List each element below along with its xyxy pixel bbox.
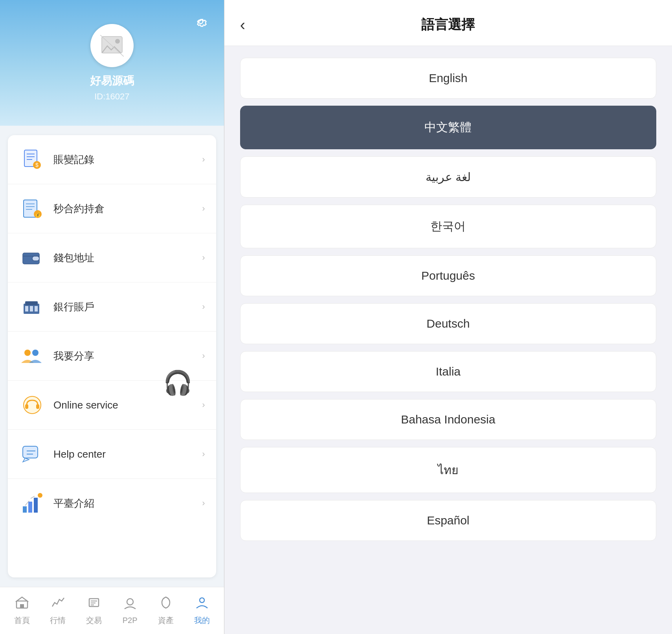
svg-point-24 bbox=[32, 350, 39, 356]
nav-icon-market bbox=[51, 596, 65, 613]
menu-icon-online bbox=[19, 392, 46, 418]
nav-label-assets: 資產 bbox=[158, 615, 174, 626]
nav-label-trade: 交易 bbox=[86, 615, 102, 626]
menu-label-wallet: 錢包地址 bbox=[53, 251, 202, 265]
svg-rect-33 bbox=[28, 502, 32, 513]
language-list: English中文繁體لغة عربية한국어PortuguêsDeutschI… bbox=[224, 46, 672, 634]
lang-item-ko[interactable]: 한국어 bbox=[240, 205, 656, 248]
svg-point-1 bbox=[115, 39, 120, 44]
nav-icon-trade bbox=[87, 596, 101, 613]
svg-marker-29 bbox=[23, 458, 29, 462]
nav-icon-assets bbox=[159, 596, 173, 613]
username: 好易源碼 bbox=[90, 73, 134, 88]
svg-point-44 bbox=[127, 599, 133, 605]
menu-label-contract: 秒合約持倉 bbox=[53, 202, 202, 216]
chevron-right-icon: › bbox=[202, 400, 205, 410]
svg-point-23 bbox=[24, 350, 31, 356]
svg-rect-28 bbox=[23, 446, 38, 458]
menu-label-ledger: 賬變記錄 bbox=[53, 153, 202, 167]
back-button[interactable]: ‹ bbox=[240, 16, 245, 34]
nav-icon-p2p bbox=[123, 596, 137, 614]
profile-header: 好易源碼 ID:16027 bbox=[0, 0, 224, 126]
chevron-right-icon: › bbox=[202, 351, 205, 361]
menu-label-bank: 銀行賬戶 bbox=[53, 300, 202, 314]
lang-item-en[interactable]: English bbox=[240, 58, 656, 99]
svg-rect-27 bbox=[36, 404, 39, 409]
menu-icon-wallet bbox=[19, 244, 46, 271]
svg-rect-20 bbox=[25, 306, 28, 312]
nav-label-home: 首頁 bbox=[14, 615, 30, 626]
nav-label-market: 行情 bbox=[50, 615, 66, 626]
menu-item-online[interactable]: Online service › 🎧 bbox=[8, 381, 216, 430]
chevron-right-icon: › bbox=[202, 498, 205, 508]
left-panel: 好易源碼 ID:16027 $ 賬變記錄 › 💰 秒合約持倉 › 錢包地址 › … bbox=[0, 0, 224, 634]
lang-item-pt[interactable]: Português bbox=[240, 255, 656, 296]
headset-bubble: 🎧 bbox=[163, 369, 193, 397]
menu-icon-ledger: $ bbox=[19, 146, 46, 173]
nav-item-assets[interactable]: 資產 bbox=[148, 596, 184, 626]
svg-text:💰: 💰 bbox=[35, 211, 41, 217]
svg-point-45 bbox=[200, 598, 204, 603]
chevron-right-icon: › bbox=[202, 154, 205, 165]
menu-label-platform: 平臺介紹 bbox=[53, 497, 202, 510]
lang-item-th[interactable]: ไทย bbox=[240, 447, 656, 493]
svg-rect-34 bbox=[34, 498, 38, 513]
chevron-right-icon: › bbox=[202, 449, 205, 459]
menu-item-platform[interactable]: 平臺介紹 › bbox=[8, 479, 216, 528]
chevron-right-icon: › bbox=[202, 253, 205, 263]
menu-icon-help bbox=[19, 441, 46, 467]
svg-point-35 bbox=[38, 493, 42, 498]
nav-label-mine: 我的 bbox=[194, 615, 210, 626]
settings-button[interactable] bbox=[190, 11, 211, 32]
nav-icon-mine bbox=[195, 596, 209, 613]
lang-item-id[interactable]: Bahasa Indonesia bbox=[240, 399, 656, 440]
nav-label-p2p: P2P bbox=[123, 616, 138, 625]
svg-rect-21 bbox=[30, 306, 33, 312]
svg-rect-19 bbox=[25, 301, 38, 305]
menu-item-bank[interactable]: 銀行賬戶 › bbox=[8, 282, 216, 332]
menu-icon-share bbox=[19, 343, 46, 369]
menu-icon-bank bbox=[19, 293, 46, 320]
svg-rect-32 bbox=[23, 506, 27, 513]
nav-item-trade[interactable]: 交易 bbox=[76, 596, 112, 626]
menu-item-ledger[interactable]: $ 賬變記錄 › bbox=[8, 135, 216, 184]
lang-item-de[interactable]: Deutsch bbox=[240, 303, 656, 344]
svg-rect-16 bbox=[32, 256, 39, 261]
nav-item-market[interactable]: 行情 bbox=[40, 596, 76, 626]
avatar bbox=[90, 24, 134, 67]
user-id: ID:16027 bbox=[94, 92, 129, 102]
bottom-navigation: 首頁 行情 交易 P2P 資產 我的 bbox=[0, 587, 224, 634]
menu-item-contract[interactable]: 💰 秒合約持倉 › bbox=[8, 184, 216, 233]
menu-item-help[interactable]: Help center › bbox=[8, 430, 216, 479]
chevron-right-icon: › bbox=[202, 203, 205, 214]
language-header: ‹ 語言選擇 bbox=[224, 0, 672, 46]
lang-item-it[interactable]: Italia bbox=[240, 351, 656, 392]
menu-label-online: Online service bbox=[53, 399, 202, 411]
svg-rect-22 bbox=[35, 306, 38, 312]
nav-item-p2p[interactable]: P2P bbox=[112, 596, 148, 625]
lang-item-es[interactable]: Español bbox=[240, 500, 656, 541]
menu-label-share: 我要分享 bbox=[53, 349, 202, 363]
menu-container: $ 賬變記錄 › 💰 秒合約持倉 › 錢包地址 › 銀行賬戶 › 我要分享 › … bbox=[8, 135, 216, 577]
menu-label-help: Help center bbox=[53, 448, 202, 460]
right-panel: ‹ 語言選擇 English中文繁體لغة عربية한국어PortuguêsD… bbox=[224, 0, 672, 634]
svg-rect-39 bbox=[20, 604, 24, 608]
nav-item-home[interactable]: 首頁 bbox=[4, 596, 40, 626]
menu-item-wallet[interactable]: 錢包地址 › bbox=[8, 233, 216, 282]
lang-item-ar[interactable]: لغة عربية bbox=[240, 156, 656, 198]
chevron-right-icon: › bbox=[202, 302, 205, 312]
lang-item-zh-tw[interactable]: 中文繁體 bbox=[240, 106, 656, 149]
svg-rect-26 bbox=[25, 404, 28, 409]
nav-icon-home bbox=[15, 596, 29, 613]
menu-icon-contract: 💰 bbox=[19, 195, 46, 222]
svg-text:$: $ bbox=[35, 162, 39, 168]
nav-item-mine[interactable]: 我的 bbox=[184, 596, 220, 626]
page-title: 語言選擇 bbox=[421, 16, 475, 34]
menu-icon-platform bbox=[19, 490, 46, 517]
